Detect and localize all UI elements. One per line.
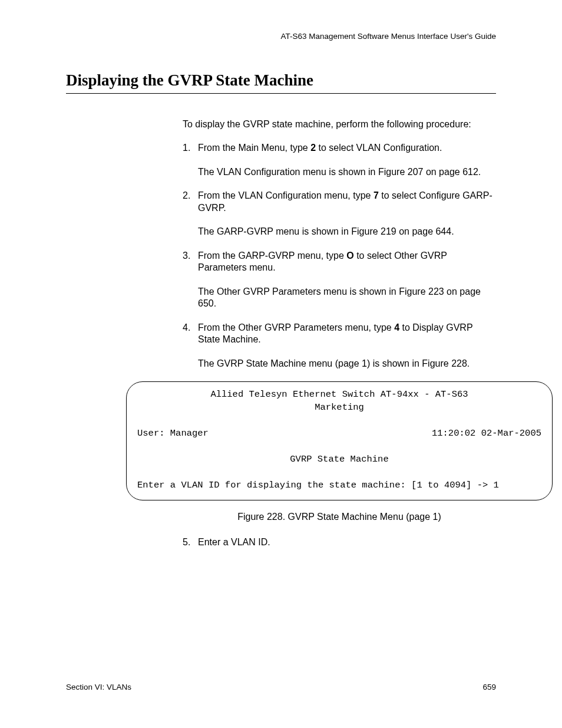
step-text-pre: From the VLAN Configuration menu, type [198, 190, 373, 200]
step-text: Enter a VLAN ID. [198, 537, 270, 547]
intro-paragraph: To display the GVRP state machine, perfo… [183, 118, 496, 130]
step-subtext: The GARP-GVRP menu is shown in Figure 21… [198, 226, 496, 238]
step-key: 7 [373, 190, 379, 200]
step-key: O [346, 251, 353, 261]
terminal-user: User: Manager [137, 427, 209, 440]
step-subtext: The Other GVRP Parameters menu is shown … [198, 286, 496, 310]
step-4: From the Other GVRP Parameters menu, typ… [183, 322, 496, 370]
step-5: Enter a VLAN ID. [183, 536, 496, 548]
figure-caption: Figure 228. GVRP State Machine Menu (pag… [126, 511, 553, 523]
procedure-steps: From the Main Menu, type 2 to select VLA… [183, 142, 496, 370]
step-2: From the VLAN Configuration menu, type 7… [183, 190, 496, 238]
running-header: AT-S63 Management Software Menus Interfa… [66, 32, 496, 41]
step-1: From the Main Menu, type 2 to select VLA… [183, 142, 496, 178]
terminal-title-2: Marketing [137, 401, 541, 414]
footer-page-number: 659 [482, 683, 496, 691]
step-key: 2 [310, 143, 316, 153]
terminal-menu-title: GVRP State Machine [137, 453, 541, 466]
step-text-pre: From the Main Menu, type [198, 143, 310, 153]
step-text-pre: From the Other GVRP Parameters menu, typ… [198, 322, 394, 332]
section-heading: Displaying the GVRP State Machine [66, 71, 496, 94]
step-key: 4 [394, 322, 399, 332]
terminal-prompt: Enter a VLAN ID for displaying the state… [137, 479, 541, 492]
step-3: From the GARP-GVRP menu, type O to selec… [183, 250, 496, 310]
terminal-title-1: Allied Telesyn Ethernet Switch AT-94xx -… [137, 388, 541, 401]
step-subtext: The VLAN Configuration menu is shown in … [198, 166, 496, 178]
step-subtext: The GVRP State Machine menu (page 1) is … [198, 358, 496, 370]
step-text-post: to select VLAN Configuration. [316, 143, 442, 153]
terminal-screen: Allied Telesyn Ethernet Switch AT-94xx -… [126, 381, 553, 500]
step-text-pre: From the GARP-GVRP menu, type [198, 251, 346, 261]
procedure-steps-continued: Enter a VLAN ID. [183, 536, 496, 548]
terminal-timestamp: 11:20:02 02-Mar-2005 [432, 427, 541, 440]
footer-section: Section VI: VLANs [66, 683, 131, 691]
